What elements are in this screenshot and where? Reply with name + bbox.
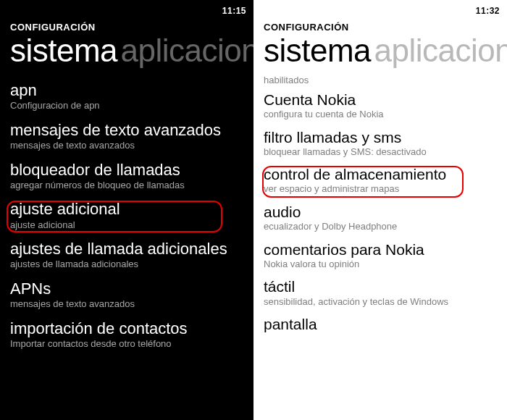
item-title: ajuste adicional [10,201,243,218]
setting-apns[interactable]: APNs mensajes de texto avanzados [10,280,243,310]
item-subtitle: mensajes de texto avanzados [10,298,243,310]
pivot-tabs[interactable]: sistema aplicaciones [0,33,254,75]
item-subtitle: configura tu cuenta de Nokia [264,109,497,120]
page-title: CONFIGURACIÓN [10,22,243,33]
item-subtitle: Importar contactos desde otro teléfono [10,338,243,350]
page-header: CONFIGURACIÓN [254,16,507,33]
page-title: CONFIGURACIÓN [264,22,497,33]
enabled-label: habilitados [254,75,507,90]
settings-list[interactable]: apn Configuracion de apn mensajes de tex… [0,75,254,349]
item-title: comentarios para Nokia [264,241,497,258]
setting-apn[interactable]: apn Configuracion de apn [10,82,243,112]
setting-tactil[interactable]: táctil sensibilidad, activación y teclas… [264,278,497,307]
item-subtitle: Nokia valora tu opinión [264,259,497,270]
setting-pantalla[interactable]: pantalla [264,316,497,332]
setting-control-almacenamiento[interactable]: control de almacenamiento ver espacio y … [264,166,497,195]
item-title: pantalla [264,316,497,332]
item-subtitle: ver espacio y administrar mapas [264,183,497,195]
setting-audio[interactable]: audio ecualizador y Dolby Headphone [264,203,497,232]
item-subtitle: bloquear llamadas y SMS: desactivado [264,146,497,158]
item-title: mensajes de texto avanzados [10,122,243,139]
item-subtitle: agregar números de bloqueo de llamadas [10,180,243,191]
setting-ajuste-adicional[interactable]: ajuste adicional ajuste adicional [10,201,243,230]
setting-bloqueador-llamadas[interactable]: bloqueador de llamadas agregar números d… [10,161,243,191]
setting-comentarios-nokia[interactable]: comentarios para Nokia Nokia valora tu o… [264,241,497,270]
item-title: APNs [10,280,243,298]
setting-filtro-llamadas-sms[interactable]: filtro llamadas y sms bloquear llamadas … [264,129,497,158]
item-title: filtro llamadas y sms [264,129,497,146]
settings-pane-light: 11:32 CONFIGURACIÓN sistema aplicaciones… [254,0,507,420]
item-subtitle: ajuste adicional [10,219,243,231]
setting-importacion-contactos[interactable]: importación de contactos Importar contac… [10,320,243,350]
setting-cuenta-nokia[interactable]: Cuenta Nokia configura tu cuenta de Noki… [264,91,497,120]
clock: 11:15 [222,6,246,16]
item-title: importación de contactos [10,320,243,337]
item-subtitle: ajustes de llamada adicionales [10,259,243,270]
item-subtitle: Configuracion de apn [10,100,243,112]
tab-aplicaciones[interactable]: aplicaciones [121,33,254,68]
item-title: apn [10,82,243,99]
item-subtitle: mensajes de texto avanzados [10,140,243,151]
item-title: táctil [264,278,497,295]
status-bar: 11:15 [0,0,254,16]
screenshot-container: 11:15 CONFIGURACIÓN sistema aplicaciones… [0,0,507,420]
clock: 11:32 [476,6,500,16]
item-subtitle: sensibilidad, activación y teclas de Win… [264,296,497,308]
settings-list[interactable]: Cuenta Nokia configura tu cuenta de Noki… [254,90,507,332]
pivot-tabs[interactable]: sistema aplicaciones [254,33,507,75]
item-title: Cuenta Nokia [264,91,497,108]
setting-mensajes-avanzados[interactable]: mensajes de texto avanzados mensajes de … [10,122,243,151]
item-title: ajustes de llamada adicionales [10,240,243,258]
item-title: bloqueador de llamadas [10,161,243,179]
status-bar: 11:32 [254,0,507,16]
item-title: audio [264,203,497,220]
tab-sistema[interactable]: sistema [10,33,117,68]
item-subtitle: ecualizador y Dolby Headphone [264,221,497,232]
item-title: control de almacenamiento [264,166,497,182]
page-header: CONFIGURACIÓN [0,16,254,33]
tab-aplicaciones[interactable]: aplicaciones [374,33,507,68]
settings-pane-dark: 11:15 CONFIGURACIÓN sistema aplicaciones… [0,0,254,420]
setting-ajustes-llamada-adicionales[interactable]: ajustes de llamada adicionales ajustes d… [10,240,243,270]
tab-sistema[interactable]: sistema [264,33,371,68]
